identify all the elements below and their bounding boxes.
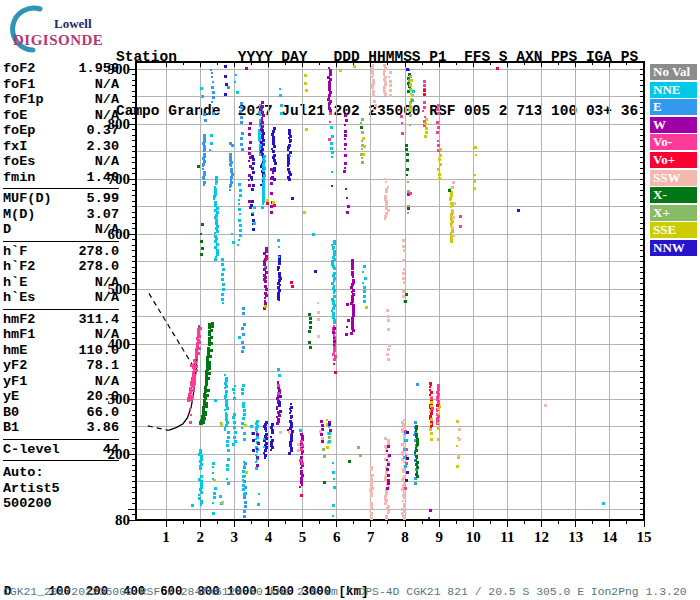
- x-axis-label: 12: [534, 529, 549, 545]
- x-axis-label: 11: [500, 529, 514, 545]
- legend-item-x-: X+: [650, 205, 697, 221]
- x-axis-label: 8: [401, 529, 409, 545]
- legend-item-w: W: [650, 117, 697, 133]
- legend-item-nnw: NNW: [650, 240, 697, 256]
- legend-item-x-: X-: [650, 187, 697, 203]
- x-axis-label: 13: [568, 529, 583, 545]
- axis-labels: 9008007006005004003002008012345678910111…: [108, 61, 652, 545]
- legend-item-sse: SSE: [650, 222, 697, 238]
- x-axis-label: 3: [231, 529, 239, 545]
- y-axis-label: 600: [108, 226, 131, 242]
- x-axis-label: 4: [265, 529, 273, 545]
- y-axis-label: 400: [108, 336, 131, 352]
- ionogram-app-window: { "logo": {"line1": "Lowell", "line2": "…: [0, 0, 700, 600]
- y-axis-label: 300: [108, 391, 131, 407]
- direction-color-legend: No ValNNEEWVo-Vo+SSWX-X+SSENNW: [650, 64, 698, 258]
- x-axis-label: 6: [333, 529, 341, 545]
- legend-item-e: E: [650, 99, 697, 115]
- y-axis-label: 200: [108, 446, 131, 462]
- ionogram-plot: 9008007006005004003002008012345678910111…: [0, 0, 700, 600]
- legend-item-ssw: SSW: [650, 170, 697, 186]
- y-axis-label: 80: [115, 512, 130, 528]
- x-axis-label: 1: [162, 529, 170, 545]
- plot-frame: [136, 62, 644, 520]
- x-axis-label: 2: [196, 529, 204, 545]
- y-axis-label: 800: [108, 116, 131, 132]
- x-axis-label: 14: [602, 529, 618, 545]
- file-info-footer: CGK21_2017202235000.RSF / 284fx512h 50 k…: [3, 586, 687, 598]
- x-axis-label: 5: [299, 529, 307, 545]
- x-axis-label: 9: [435, 529, 443, 545]
- axis-ticks: [128, 62, 644, 527]
- legend-item-no-val: No Val: [650, 64, 697, 80]
- y-axis-label: 900: [108, 61, 131, 77]
- x-axis-label: 15: [637, 529, 652, 545]
- x-axis-label: 10: [466, 529, 481, 545]
- grid-lines: [137, 63, 643, 519]
- legend-item-vo-: Vo+: [650, 152, 697, 168]
- profile-overlay: [148, 293, 199, 430]
- ionogram-echo-scatter: [187, 64, 605, 520]
- legend-item-nne: NNE: [650, 82, 697, 98]
- y-axis-label: 700: [108, 171, 131, 187]
- x-axis-label: 7: [367, 529, 375, 545]
- dashed-guide-line: [149, 293, 196, 370]
- y-axis-label: 500: [108, 281, 131, 297]
- legend-item-vo-: Vo-: [650, 134, 697, 150]
